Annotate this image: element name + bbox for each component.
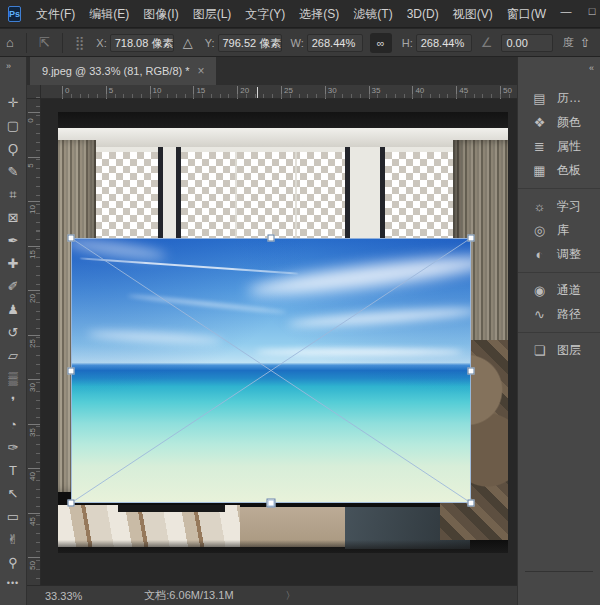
home-icon[interactable]: ⌂ <box>6 35 14 50</box>
height-scale-input[interactable]: 268.44% <box>416 34 472 52</box>
minimize-button[interactable]: — <box>553 0 579 22</box>
hand-tool[interactable]: ✌ <box>2 528 25 551</box>
type-tool[interactable]: T <box>2 459 25 482</box>
edit-toolbar-icon[interactable]: ••• <box>7 574 19 592</box>
menu-filter[interactable]: 滤镜(T) <box>346 0 399 28</box>
width-label: W: <box>291 37 304 49</box>
ruler-tick: 5 <box>28 157 40 170</box>
tools-expand-icon[interactable]: » <box>0 59 11 75</box>
ruler-tick: 50 <box>500 86 512 99</box>
document-size-status: 文档:6.06M/13.1M <box>144 588 233 603</box>
panel-swatches[interactable]: ▦ 色板 <box>518 158 600 182</box>
properties-icon: ≣ <box>531 139 548 154</box>
path-selection-tool[interactable]: ↖ <box>2 482 25 505</box>
ruler-tick: 25 <box>281 86 293 99</box>
y-position-input[interactable]: 796.52 像素 <box>218 34 282 52</box>
zoom-tool[interactable]: ⚲ <box>2 551 25 574</box>
rectangle-tool[interactable]: ▭ <box>2 505 25 528</box>
delta-icon[interactable]: △ <box>183 35 193 50</box>
panel-label: 颜色 <box>557 114 581 131</box>
panel-channels[interactable]: ◉ 通道 <box>518 278 600 302</box>
document-tab[interactable]: 9.jpeg @ 33.3% (81, RGB/8) * × <box>30 57 216 85</box>
y-label: Y: <box>205 37 215 49</box>
quick-selection-tool[interactable]: ✎ <box>2 160 25 183</box>
lasso-tool[interactable]: Ϙ <box>2 137 25 160</box>
brush-tool[interactable]: ✐ <box>2 275 25 298</box>
rectangular-marquee-tool[interactable]: ▢ <box>2 114 25 137</box>
transform-handle-top-left[interactable] <box>68 235 75 242</box>
ruler-tick: 30 <box>28 379 40 392</box>
window-mullion <box>158 147 163 238</box>
menu-image[interactable]: 图像(I) <box>136 0 185 28</box>
document-image[interactable] <box>58 112 508 553</box>
panel-history[interactable]: ▤ 历… <box>518 86 600 110</box>
menu-window[interactable]: 窗口(W <box>500 0 553 28</box>
panel-layers[interactable]: ❏ 图层 <box>518 338 600 362</box>
bay-window-wall <box>58 147 508 238</box>
bench-shadow <box>118 505 225 512</box>
menu-layer[interactable]: 图层(L) <box>186 0 239 28</box>
frame-tool[interactable]: ⊠ <box>2 206 25 229</box>
dock-collapse-icon[interactable]: « <box>589 63 594 73</box>
tools-list: ✛ ▢ Ϙ ✎ ⌗ ⊠ ✒ ✚ ✐ ♟ ↺ ▱ ▒ ❜ ◔ ✑ T ↖ ▭ ✌ … <box>2 91 25 574</box>
menu-select[interactable]: 选择(S) <box>292 0 346 28</box>
panel-learn[interactable]: ☼ 学习 <box>518 194 600 218</box>
panel-adjustments[interactable]: ◐ 调整 <box>518 242 600 266</box>
panel-label: 学习 <box>557 198 581 215</box>
status-chevron-icon[interactable]: 〉 <box>286 589 296 603</box>
maintain-aspect-ratio-icon[interactable]: ∞ <box>370 33 392 53</box>
transform-handle-bottom-right[interactable] <box>468 500 475 507</box>
panel-libraries[interactable]: ◎ 库 <box>518 218 600 242</box>
transform-bounds <box>71 238 471 503</box>
transform-handle-top-center[interactable] <box>268 235 275 242</box>
tab-close-icon[interactable]: × <box>198 64 205 78</box>
move-tool[interactable]: ✛ <box>2 91 25 114</box>
transform-handle-middle-right[interactable] <box>468 367 475 374</box>
eyedropper-tool[interactable]: ✒ <box>2 229 25 252</box>
clone-stamp-tool[interactable]: ♟ <box>2 298 25 321</box>
skew-icon[interactable]: ⇧ <box>579 35 590 50</box>
ruler-vertical[interactable]: 05101520253035404550 <box>27 99 41 585</box>
x-position-input[interactable]: 718.08 像素 <box>110 34 174 52</box>
menu-file[interactable]: 文件(F) <box>29 0 82 28</box>
blur-tool[interactable]: ❜ <box>2 390 25 413</box>
floor-shadow <box>58 540 508 553</box>
width-scale-input[interactable]: 268.44% <box>307 34 363 52</box>
dodge-tool[interactable]: ◔ <box>2 413 25 436</box>
transform-handle-middle-left[interactable] <box>68 367 75 374</box>
x-label: X: <box>96 37 106 49</box>
ruler-tick: 40 <box>412 86 424 99</box>
canvas-area[interactable]: 05101520253035404550 0510152025303540455… <box>27 85 517 585</box>
blind-line <box>295 152 297 238</box>
transform-handle-bottom-center[interactable] <box>267 499 276 508</box>
panels-dock: « ▤ 历… ❖ 颜色 ≣ 属性 ▦ 色板 <box>517 57 600 605</box>
ruler-horizontal[interactable]: 05101520253035404550 <box>41 85 517 99</box>
panel-properties[interactable]: ≣ 属性 <box>518 134 600 158</box>
menu-3d[interactable]: 3D(D) <box>400 0 446 28</box>
ruler-tick: 15 <box>28 246 40 259</box>
tool-preset-icon[interactable]: ⇱ <box>39 35 50 50</box>
menu-type[interactable]: 文字(Y) <box>238 0 292 28</box>
menu-view[interactable]: 视图(V) <box>446 0 500 28</box>
spot-healing-brush-tool[interactable]: ✚ <box>2 252 25 275</box>
tools-panel: » ✛ ▢ Ϙ ✎ ⌗ ⊠ ✒ ✚ ✐ ♟ ↺ ▱ ▒ ❜ ◔ ✑ T ↖ ▭ … <box>0 57 27 605</box>
color-icon: ❖ <box>531 115 548 130</box>
history-brush-tool[interactable]: ↺ <box>2 321 25 344</box>
pen-tool[interactable]: ✑ <box>2 436 25 459</box>
room-ceiling <box>58 112 508 128</box>
ruler-tick: 5 <box>106 86 113 99</box>
crop-tool[interactable]: ⌗ <box>2 183 25 206</box>
transform-handle-bottom-left[interactable] <box>68 500 75 507</box>
panel-color[interactable]: ❖ 颜色 <box>518 110 600 134</box>
reference-point-grid-icon[interactable]: ⣿ <box>75 35 85 50</box>
gradient-tool[interactable]: ▒ <box>2 367 25 390</box>
menu-edit[interactable]: 编辑(E) <box>82 0 136 28</box>
transform-handle-top-right[interactable] <box>468 235 475 242</box>
beach-layer-transform[interactable] <box>71 238 471 503</box>
zoom-level-field[interactable]: 33.33% <box>45 590 82 602</box>
eraser-tool[interactable]: ▱ <box>2 344 25 367</box>
panel-paths[interactable]: ∿ 路径 <box>518 302 600 326</box>
maximize-button[interactable]: □ <box>579 0 600 22</box>
rotate-angle-icon: ∠ <box>481 35 493 50</box>
rotation-angle-input[interactable]: 0.00 <box>501 34 553 52</box>
